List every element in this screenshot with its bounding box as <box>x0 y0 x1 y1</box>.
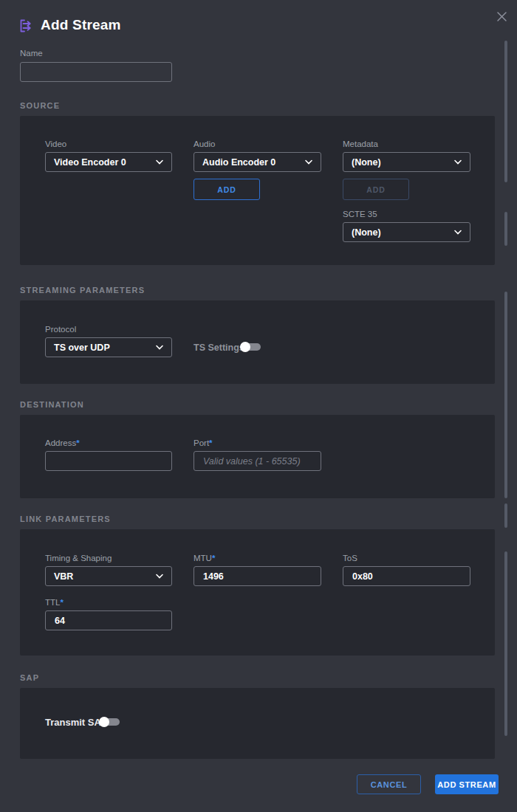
close-icon[interactable] <box>491 6 512 27</box>
video-select-value: Video Encoder 0 <box>54 157 126 168</box>
toggle-knob <box>240 342 250 352</box>
destination-section-header: DESTINATION <box>20 400 84 409</box>
timing-shaping-label: Timing & Shaping <box>45 554 112 562</box>
scrollbar-thumb[interactable] <box>504 292 507 498</box>
metadata-label: Metadata <box>343 140 378 148</box>
chevron-down-icon <box>454 159 462 165</box>
add-stream-dialog: Add Stream Name SOURCE Video Video Encod… <box>0 0 517 812</box>
name-input[interactable] <box>20 62 172 82</box>
audio-select-value: Audio Encoder 0 <box>202 157 275 168</box>
scrollbar-thumb[interactable] <box>504 41 507 182</box>
scrollbar-thumb[interactable] <box>504 212 507 246</box>
tos-label: ToS <box>343 554 357 562</box>
scte35-select[interactable]: (None) <box>343 222 470 242</box>
protocol-select[interactable]: TS over UDP <box>45 337 172 357</box>
streaming-section-header: STREAMING PARAMETERS <box>20 286 145 295</box>
page-title: Add Stream <box>41 17 121 33</box>
audio-label: Audio <box>194 140 215 148</box>
chevron-down-icon <box>156 159 163 165</box>
name-label: Name <box>20 49 43 58</box>
timing-shaping-select[interactable]: VBR <box>45 566 172 586</box>
video-select[interactable]: Video Encoder 0 <box>45 152 172 172</box>
mtu-input[interactable] <box>194 566 321 586</box>
ttl-label: TTL* <box>45 598 64 607</box>
address-label: Address* <box>45 438 80 447</box>
ts-settings-toggle[interactable] <box>240 342 261 352</box>
protocol-label: Protocol <box>45 325 76 334</box>
chevron-down-icon <box>156 345 163 350</box>
required-asterisk: * <box>212 554 215 562</box>
toggle-knob <box>99 717 109 727</box>
add-audio-button[interactable]: ADD <box>194 179 260 200</box>
scte35-label: SCTE 35 <box>343 210 377 219</box>
required-asterisk: * <box>76 438 79 447</box>
scrollbar-thumb[interactable] <box>504 503 507 528</box>
stream-icon <box>18 18 34 34</box>
metadata-select[interactable]: (None) <box>343 152 470 172</box>
required-asterisk: * <box>60 598 63 607</box>
port-label: Port* <box>194 438 213 447</box>
chevron-down-icon <box>454 230 462 235</box>
source-section-header: SOURCE <box>20 101 60 110</box>
video-label: Video <box>45 140 66 148</box>
mtu-label: MTU* <box>194 554 215 562</box>
transmit-sap-toggle[interactable] <box>99 717 120 727</box>
transmit-sap-label: Transmit SAP <box>45 717 108 728</box>
add-stream-button[interactable]: ADD STREAM <box>435 774 499 794</box>
scte35-select-value: (None) <box>352 227 381 238</box>
required-asterisk: * <box>209 438 212 447</box>
chevron-down-icon <box>156 574 163 579</box>
add-metadata-button-disabled: ADD <box>343 179 409 200</box>
ts-settings-label: TS Settings <box>194 343 244 353</box>
address-input[interactable] <box>45 451 172 471</box>
link-section-header: LINK PARAMETERS <box>20 515 111 523</box>
link-panel <box>20 529 495 656</box>
cancel-button[interactable]: CANCEL <box>357 774 421 794</box>
protocol-select-value: TS over UDP <box>54 343 110 353</box>
sap-section-header: SAP <box>20 673 39 682</box>
ttl-input[interactable] <box>45 610 172 630</box>
chevron-down-icon <box>305 159 312 165</box>
port-input[interactable] <box>194 451 321 471</box>
tos-input[interactable] <box>343 566 470 586</box>
scrollbar-thumb[interactable] <box>504 551 507 736</box>
audio-select[interactable]: Audio Encoder 0 <box>194 152 321 172</box>
timing-shaping-select-value: VBR <box>54 571 73 582</box>
metadata-select-value: (None) <box>352 157 381 168</box>
